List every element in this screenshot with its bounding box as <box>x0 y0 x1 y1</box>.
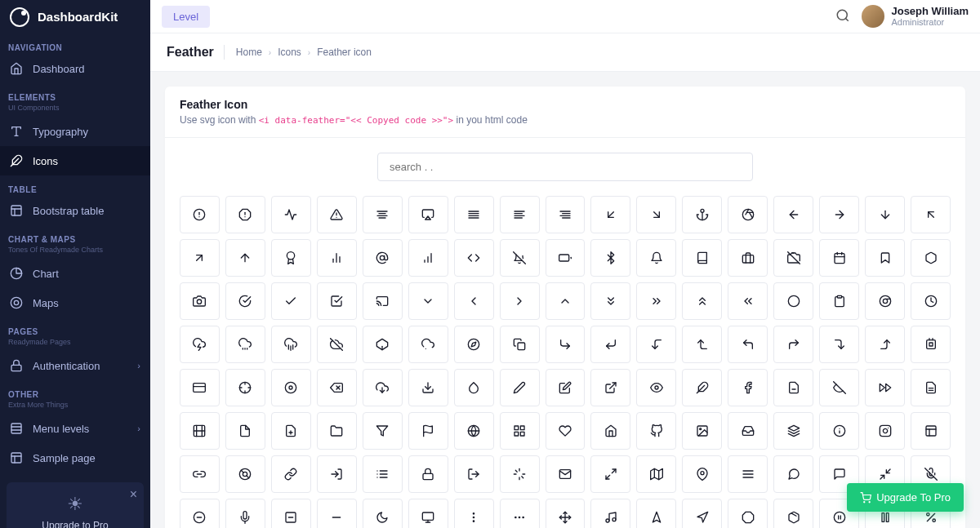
sidebar-item-sample-page[interactable]: Sample page <box>0 443 150 473</box>
arrow-up-icon[interactable] <box>225 239 265 277</box>
layers-icon[interactable] <box>773 412 813 450</box>
maximize-2-icon[interactable] <box>590 455 630 493</box>
moon-icon[interactable] <box>363 499 403 528</box>
sidebar-item-authentication[interactable]: Authentication› <box>0 351 150 380</box>
code-snippet-icon[interactable] <box>454 239 494 277</box>
anchor-icon[interactable] <box>682 196 722 233</box>
corner-up-left-icon[interactable] <box>728 326 768 363</box>
package-icon[interactable] <box>773 499 813 528</box>
clock-icon[interactable] <box>911 282 951 320</box>
instagram-icon[interactable] <box>865 412 905 450</box>
align-left-icon[interactable] <box>500 196 540 233</box>
cloud-drizzle-icon[interactable] <box>225 326 265 363</box>
airplay-icon[interactable] <box>408 196 448 233</box>
filter-icon[interactable] <box>363 412 403 450</box>
aperture-icon[interactable] <box>728 196 768 233</box>
eye-icon[interactable] <box>636 369 676 406</box>
minus-circle-icon[interactable] <box>180 499 220 528</box>
file-text-icon[interactable] <box>911 369 951 406</box>
search-icon[interactable] <box>835 8 850 25</box>
breadcrumb-item[interactable]: Icons <box>278 47 301 58</box>
arrow-down-left-icon[interactable] <box>590 196 630 233</box>
check-square-icon[interactable] <box>317 282 357 320</box>
droplet-icon[interactable] <box>454 369 494 406</box>
edit-icon[interactable] <box>546 369 586 406</box>
cast-icon[interactable] <box>363 282 403 320</box>
align-center-icon[interactable] <box>363 196 403 233</box>
check-icon[interactable] <box>271 282 311 320</box>
corner-right-down-icon[interactable] <box>819 326 859 363</box>
mail-icon[interactable] <box>546 455 586 493</box>
credit-card-icon[interactable] <box>180 369 220 406</box>
arrow-up-right-icon[interactable] <box>180 239 220 277</box>
arrow-down-icon[interactable] <box>865 196 905 233</box>
search-input[interactable] <box>377 153 753 181</box>
breadcrumb-item[interactable]: Home <box>236 47 262 58</box>
sidebar-item-chart[interactable]: Chart <box>0 259 150 288</box>
corner-left-down-icon[interactable] <box>636 326 676 363</box>
bluetooth-icon[interactable] <box>590 239 630 277</box>
map-icon[interactable] <box>636 455 676 493</box>
eye-off-icon[interactable] <box>819 369 859 406</box>
heart-icon[interactable] <box>546 412 586 450</box>
sidebar-item-bootstrap-table[interactable]: Bootstrap table <box>0 196 150 225</box>
image-icon[interactable] <box>682 412 722 450</box>
award-icon[interactable] <box>271 239 311 277</box>
inbox-icon[interactable] <box>728 412 768 450</box>
chevron-right-icon[interactable] <box>500 282 540 320</box>
corner-down-left-icon[interactable] <box>590 326 630 363</box>
delete-icon[interactable] <box>317 369 357 406</box>
bell-icon[interactable] <box>636 239 676 277</box>
link-icon[interactable] <box>271 455 311 493</box>
feather-icon[interactable] <box>682 369 722 406</box>
corner-left-up-icon[interactable] <box>682 326 722 363</box>
bar-chart-icon[interactable] <box>408 239 448 277</box>
chevrons-up-icon[interactable] <box>682 282 722 320</box>
chrome-icon[interactable] <box>865 282 905 320</box>
briefcase-icon[interactable] <box>728 239 768 277</box>
download-cloud-icon[interactable] <box>363 369 403 406</box>
github-icon[interactable] <box>636 412 676 450</box>
log-in-icon[interactable] <box>317 455 357 493</box>
file-minus-icon[interactable] <box>773 369 813 406</box>
flag-icon[interactable] <box>408 412 448 450</box>
facebook-icon[interactable] <box>728 369 768 406</box>
more-horizontal-icon[interactable] <box>500 499 540 528</box>
navigation-2-icon[interactable] <box>636 499 676 528</box>
upgrade-fab[interactable]: Upgrade To Pro <box>847 483 964 512</box>
chevrons-left-icon[interactable] <box>728 282 768 320</box>
alert-triangle-icon[interactable] <box>317 196 357 233</box>
align-justify-icon[interactable] <box>454 196 494 233</box>
file-plus-icon[interactable] <box>271 412 311 450</box>
message-circle-icon[interactable] <box>773 455 813 493</box>
loader-icon[interactable] <box>500 455 540 493</box>
corner-up-right-icon[interactable] <box>773 326 813 363</box>
level-button[interactable]: Level <box>162 6 210 28</box>
compass-icon[interactable] <box>454 326 494 363</box>
bookmark-icon[interactable] <box>865 239 905 277</box>
chevron-down-icon[interactable] <box>408 282 448 320</box>
more-vertical-icon[interactable] <box>454 499 494 528</box>
navigation-icon[interactable] <box>682 499 722 528</box>
map-pin-icon[interactable] <box>682 455 722 493</box>
battery-icon[interactable] <box>546 239 586 277</box>
activity-icon[interactable] <box>271 196 311 233</box>
file-icon[interactable] <box>225 412 265 450</box>
grid-icon[interactable] <box>500 412 540 450</box>
align-right-icon[interactable] <box>546 196 586 233</box>
external-link-icon[interactable] <box>590 369 630 406</box>
corner-down-right-icon[interactable] <box>546 326 586 363</box>
clipboard-icon[interactable] <box>819 282 859 320</box>
user-menu[interactable]: Joseph William Administrator <box>862 5 969 28</box>
edit-2-icon[interactable] <box>500 369 540 406</box>
list-icon[interactable] <box>363 455 403 493</box>
link-2-icon[interactable] <box>180 455 220 493</box>
sidebar-item-dashboard[interactable]: Dashboard <box>0 54 150 83</box>
octagon-icon[interactable] <box>728 499 768 528</box>
alert-octagon-icon[interactable] <box>225 196 265 233</box>
circle-icon[interactable] <box>773 282 813 320</box>
lock-icon[interactable] <box>408 455 448 493</box>
cpu-icon[interactable] <box>911 326 951 363</box>
camera-off-icon[interactable] <box>773 239 813 277</box>
monitor-icon[interactable] <box>408 499 448 528</box>
